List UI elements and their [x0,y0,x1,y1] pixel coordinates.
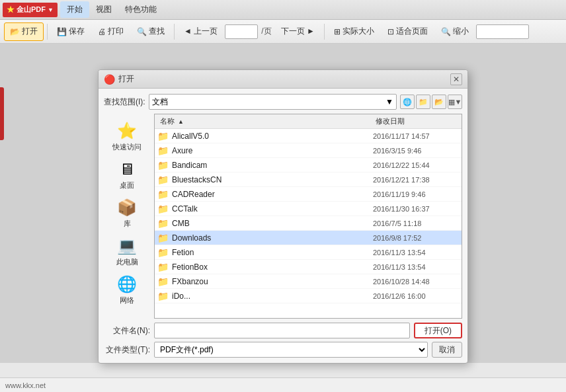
filename-row: 文件名(N): 打开(O) [104,323,462,338]
file-list-container: 名称 ▲ 修改日期 📁AlicallV5.02016/11/17 14:57📁A… [154,114,462,319]
dialog-title-bar: 🔴 打开 ✕ [99,70,467,89]
logo-icon: ★ [7,5,15,15]
title-bar: ★ 金山PDF ▼ 开始 视图 特色功能 [0,0,566,20]
fit-page-label: 适合页面 [396,26,428,37]
find-label: 查找 [149,26,165,37]
location-dropdown[interactable]: 文档 ▼ [149,94,397,110]
zoom-label: 缩小 [453,26,469,37]
dialog-content: ⭐ 快速访问 🖥 桌面 📦 库 💻 此电脑 [104,114,462,319]
menu-item-start[interactable]: 开始 [60,1,89,18]
menu-item-features[interactable]: 特色功能 [118,1,163,18]
logo-button[interactable]: ★ 金山PDF ▼ [3,3,58,17]
file-date: 2016/11/19 9:46 [373,190,459,198]
dialog-body: 查找范围(I): 文档 ▼ 🌐 📁 📂 ▦▼ [99,89,467,363]
table-row[interactable]: 📁AlicallV5.02016/11/17 14:57 [155,129,462,143]
save-label: 保存 [69,26,85,37]
actual-size-button[interactable]: ⊞ 实际大小 [328,22,380,41]
file-date: 2016/11/3 13:54 [373,249,459,256]
sidebar-item-quick-access[interactable]: ⭐ 快速访问 [106,119,148,155]
fit-page-button[interactable]: ⊡ 适合页面 [382,22,434,41]
separator-2 [174,24,175,40]
next-label: 下一页 ► [281,26,315,37]
nav-new-folder-button[interactable]: 📂 [432,95,446,109]
location-dropdown-arrow: ▼ [385,97,393,106]
sidebar-item-desktop[interactable]: 🖥 桌面 [106,157,148,193]
file-date: 2016/9/8 17:52 [373,234,459,242]
file-name: CCTalk [172,204,373,214]
actual-size-icon: ⊞ [334,27,341,36]
file-date: 2016/12/6 16:00 [373,292,459,300]
table-row[interactable]: 📁Bandicam2016/12/22 15:44 [155,158,462,173]
folder-icon: 📁 [157,233,169,243]
folder-icon: 📁 [157,247,169,258]
file-list-body[interactable]: 📁AlicallV5.02016/11/17 14:57📁Axure2016/3… [155,129,462,318]
file-date: 2016/10/28 14:48 [373,278,459,286]
table-row[interactable]: 📁CMB2016/7/5 11:18 [155,216,462,231]
watermark: www.kkx.net [5,381,46,389]
find-button[interactable]: 🔍 查找 [131,22,171,41]
page-number-input[interactable] [225,24,258,39]
nav-back-button[interactable]: 🌐 [400,95,415,109]
cancel-button[interactable]: 取消 [432,342,462,358]
sidebar-item-computer[interactable]: 💻 此电脑 [106,234,148,270]
open-icon: 📂 [10,27,20,36]
print-button[interactable]: 🖨 打印 [92,22,130,41]
folder-icon: 📁 [157,189,169,200]
folder-icon: 📁 [157,131,169,141]
file-name: Axure [172,146,373,155]
save-button[interactable]: 💾 保存 [51,22,91,41]
next-page-button[interactable]: 下一页 ► [275,22,321,41]
open-button[interactable]: 📂 打开 [4,22,44,41]
file-name: CADReader [172,190,373,199]
desktop-icon: 🖥 [119,160,135,178]
table-row[interactable]: 📁CCTalk2016/11/30 16:37 [155,202,462,216]
file-name: Bandicam [172,161,373,170]
table-row[interactable]: 📁iDo...2016/12/6 16:00 [155,289,462,303]
sidebar-label-desktop: 桌面 [120,180,134,190]
dialog-title-text: 打开 [118,73,134,85]
dialog-close-button[interactable]: ✕ [450,73,462,85]
col-date-header[interactable]: 修改日期 [373,116,459,126]
dialog-sidebar: ⭐ 快速访问 🖥 桌面 📦 库 💻 此电脑 [104,114,150,319]
sort-arrow: ▲ [178,118,184,125]
dialog-title-icon: 🔴 [104,74,115,85]
zoom-button[interactable]: 🔍 缩小 [435,22,475,41]
prev-page-button[interactable]: ◄ 上一页 [178,22,223,41]
filename-input[interactable] [154,323,410,338]
folder-icon: 📁 [157,276,169,287]
menu-item-view[interactable]: 视图 [89,1,118,18]
status-bar: www.kkx.net [0,377,566,392]
nav-view-button[interactable]: ▦▼ [448,95,462,109]
file-name: iDo... [172,292,373,301]
logo-text: 金山PDF [17,5,46,15]
table-row[interactable]: 📁CADReader2016/11/19 9:46 [155,187,462,202]
prev-label: ◄ 上一页 [184,26,218,37]
toolbar: 📂 打开 💾 保存 🖨 打印 🔍 查找 ◄ 上一页 /页 下一页 ► ⊞ 实际大… [0,20,566,44]
open-btn-label: 打开(O) [425,325,452,336]
sidebar-item-network[interactable]: 🌐 网络 [106,272,148,308]
open-file-button[interactable]: 打开(O) [414,323,462,338]
filetype-select[interactable]: PDF文件(*.pdf) [154,342,428,358]
file-date: 2016/11/30 16:37 [373,205,459,213]
table-row[interactable]: 📁FXbanzou2016/10/28 14:48 [155,274,462,289]
sidebar-label-library: 库 [124,219,131,229]
file-name: AlicallV5.0 [172,132,373,141]
col-name-header[interactable]: 名称 ▲ [157,116,373,126]
sidebar-item-library[interactable]: 📦 库 [106,196,148,231]
filetype-label: 文件类型(T): [104,344,150,356]
folder-icon: 📁 [157,291,169,301]
table-row[interactable]: 📁Fetion2016/11/3 13:54 [155,245,462,260]
folder-icon: 📁 [157,262,169,272]
zoom-input[interactable] [476,24,529,39]
table-row[interactable]: 📁Downloads2016/9/8 17:52 [155,231,462,245]
table-row[interactable]: 📁BluestacksCN2016/12/21 17:38 [155,173,462,187]
file-date: 2016/12/22 15:44 [373,161,459,169]
table-row[interactable]: 📁Axure2016/3/15 9:46 [155,143,462,158]
zoom-icon: 🔍 [441,27,451,36]
folder-icon: 📁 [157,160,169,171]
folder-icon: 📁 [157,145,169,156]
dialog-overlay: 🔴 打开 ✕ 查找范围(I): 文档 ▼ 🌐 📁 📂 [0,44,566,363]
sidebar-label-network: 网络 [120,295,134,305]
nav-up-button[interactable]: 📁 [416,95,430,109]
table-row[interactable]: 📁FetionBox2016/11/3 13:54 [155,260,462,274]
